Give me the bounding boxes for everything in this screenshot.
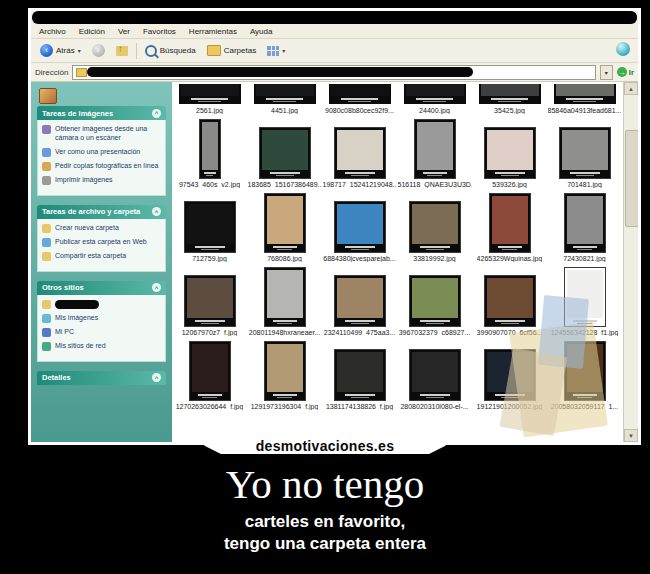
file-item[interactable]: 1270263026644_f.jpg [172,342,247,416]
scrollbar-thumb[interactable] [625,130,638,227]
thumbnail-caption-line2 [351,175,369,176]
chevron-icon[interactable]: ^ [152,109,161,118]
section-header-tareas-de-archivo-y-carpeta[interactable]: Tareas de archivo y carpeta^ [37,205,166,219]
address-dropdown-button[interactable]: ▾ [600,65,613,80]
poster-thumbnail [404,84,466,104]
address-label: Dirección [35,68,68,77]
task-item-ver-como-una-presentaci-[interactable]: Ver como una presentación [42,148,161,157]
file-item[interactable]: 24400.jpg [397,84,472,120]
file-item[interactable]: 768086.jpg [247,194,322,268]
menu-herramientas[interactable]: Herramientas [189,27,237,36]
file-item[interactable]: 516118_QNAE3U3U3D... [397,120,472,194]
file-item[interactable]: 198717_15241219048... [322,120,397,194]
task-item-mi-pc[interactable]: Mi PC [42,328,161,337]
chevron-icon[interactable]: ^ [152,373,161,382]
task-item-imprimir-im-genes[interactable]: Imprimir imágenes [42,176,161,185]
task-item-obtener-im-genes-desde-u[interactable]: Obtener imágenes desde una cámara o un e… [42,125,161,143]
task-item-publicar-esta-carpeta-en[interactable]: Publicar esta carpeta en Web [42,238,161,247]
forward-icon: › [92,44,105,57]
menu-ayuda[interactable]: Ayuda [250,27,273,36]
vertical-scrollbar[interactable]: ▲ ▼ [623,82,638,442]
file-item[interactable]: 124556342128_f1.jpg [547,268,622,342]
menu-favoritos[interactable]: Favoritos [143,27,176,36]
poster-thumbnail [485,276,535,326]
section-header-detalles[interactable]: Detalles^ [37,371,166,385]
file-item[interactable]: 539326.jpg [472,120,547,194]
file-item[interactable]: 1381174138826_f.jpg [322,342,397,416]
thumbnail-wrap [265,194,305,252]
menu-ver[interactable]: Ver [118,27,130,36]
file-name: 1270263026644_f.jpg [176,403,244,410]
file-item[interactable]: 2561.jpg [172,84,247,120]
file-item[interactable]: 4451.jpg [247,84,322,120]
file-item[interactable]: 35425.jpg [472,84,547,120]
up-button[interactable] [113,45,131,57]
file-item[interactable]: 72430821.jpg [547,194,622,268]
poster-canvas: ArchivoEdiciónVerFavoritosHerramientasAy… [0,0,650,574]
thumbnail-caption-line2 [426,323,444,324]
search-button[interactable]: Búsqueda [142,44,199,58]
folders-icon [207,45,221,56]
section-header-otros-sitios[interactable]: Otros sitios^ [37,281,166,295]
poster-thumbnail [335,276,385,326]
poster-thumbnail [479,84,541,104]
file-item[interactable]: 19121901200052.jpg [472,342,547,416]
task-item-compartir-esta-carpeta[interactable]: Compartir esta carpeta [42,252,161,261]
redacted-folder-name [55,300,99,309]
thumbnail-wrap [254,84,316,104]
file-item[interactable]: 4265329Wquinas.jpg [472,194,547,268]
views-button[interactable]: ▾ [264,45,288,57]
file-item[interactable]: 2324110499_475aa3... [322,268,397,342]
chevron-icon[interactable]: ^ [152,283,161,292]
poster-thumbnail [410,202,460,252]
address-input[interactable] [72,65,595,80]
task-item-crear-nueva-carpeta[interactable]: Crear nueva carpeta [42,224,161,233]
section-header-tareas-de-im-genes[interactable]: Tareas de imágenes^ [37,106,166,120]
thumbnail-caption-line2 [276,175,294,176]
file-item[interactable]: 33819992.jpg [397,194,472,268]
task-item-pedir-copias-fotogr-fica[interactable]: Pedir copias fotográficas en línea [42,162,161,171]
thumbnail-image [492,196,528,244]
menu-edici-n[interactable]: Edición [79,27,105,36]
prints-icon [42,162,51,171]
file-item[interactable]: 6884380jcvesparejab... [322,194,397,268]
scroll-down-icon[interactable]: ▼ [624,429,638,442]
back-dropdown-icon[interactable]: ▾ [78,47,81,54]
file-item[interactable]: 3967032379_c68927... [397,268,472,342]
scroll-up-icon[interactable]: ▲ [624,82,638,95]
file-item[interactable]: 12067970z7_f.jpg [172,268,247,342]
thumbnail-caption-line2 [351,323,369,324]
poster-thumbnail [410,276,460,326]
go-button[interactable]: → Ir [617,67,634,77]
file-item[interactable]: 85846a04913fead681... [547,84,622,120]
thumbnail-caption-line [416,98,453,100]
thumbnail-image [337,204,383,244]
back-button[interactable]: ‹ Atrás ▾ [37,43,84,58]
section-title: Tareas de archivo y carpeta [42,207,140,216]
file-item[interactable]: 701481.jpg [547,120,622,194]
file-item[interactable]: 9080c08b80cec92f9... [322,84,397,120]
thumbnail-wrap [410,276,460,326]
file-item[interactable]: 2808020310l080-el-... [397,342,472,416]
folders-button[interactable]: Carpetas [204,44,259,57]
back-icon: ‹ [40,44,53,57]
task-item-mis-im-genes[interactable]: Mis imágenes [42,314,161,323]
file-item[interactable]: 208011948hxraneaer... [247,268,322,342]
file-item[interactable]: 712759.jpg [172,194,247,268]
chevron-icon[interactable]: ^ [152,207,161,216]
file-item[interactable]: 3990907070_6cf56... [472,268,547,342]
file-item[interactable]: 183685_15167386489... [247,120,322,194]
task-item[interactable] [42,300,161,309]
forward-button[interactable]: › [89,43,108,58]
file-item[interactable]: 20058032059117_1... [547,342,622,416]
poster-thumbnail [260,128,310,178]
file-item[interactable]: 1291973196304_f.jpg [247,342,322,416]
task-pane: Tareas de imágenes^Obtener imágenes desd… [31,82,172,442]
views-dropdown-icon[interactable]: ▾ [282,47,285,54]
file-item[interactable]: 97543_460s_v2.jpg [172,120,247,194]
task-item-mis-sitios-de-red[interactable]: Mis sitios de red [42,342,161,351]
menu-archivo[interactable]: Archivo [39,27,66,36]
poster-title: Yo no tengo [0,460,650,508]
thumbnail-caption-line [345,246,375,248]
thumbnail-caption-line2 [501,397,519,398]
